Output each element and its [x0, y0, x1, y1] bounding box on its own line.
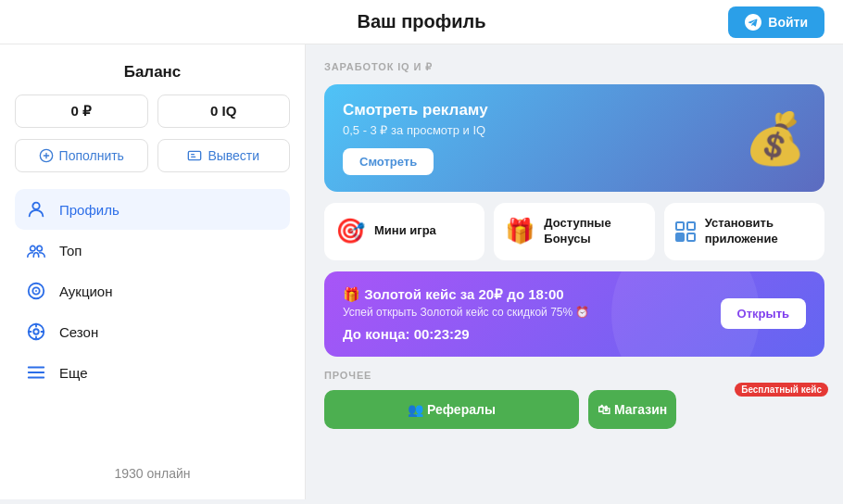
promo-title: 🎁 Золотой кейс за 20₽ до 18:00: [343, 286, 589, 303]
auction-icon: [26, 281, 46, 301]
topup-icon: [39, 148, 54, 163]
bonuses-icon: 🎁: [505, 217, 535, 246]
main-layout: Баланс 0 ₽ 0 IQ Пополнить Вывести: [0, 44, 843, 499]
bonuses-label: ДоступныеБонусы: [544, 216, 610, 247]
login-button[interactable]: Войти: [728, 6, 824, 38]
page-title: Ваш профиль: [357, 11, 485, 32]
promo-left: 🎁 Золотой кейс за 20₽ до 18:00 Успей отк…: [343, 286, 589, 342]
balance-title: Баланс: [15, 63, 290, 82]
sidebar-item-auction[interactable]: Аукцион: [15, 271, 290, 311]
balance-rub: 0 ₽: [15, 94, 148, 128]
earn-section-label: ЗАРАБОТОК IQ И ₽: [324, 61, 824, 73]
watch-button[interactable]: Смотреть: [343, 148, 434, 175]
online-count: 1930 онлайн: [15, 453, 290, 481]
withdraw-icon: [187, 148, 202, 163]
svg-point-7: [35, 290, 37, 292]
sidebar-item-more[interactable]: Еще: [15, 352, 290, 393]
ad-card-icon: 💰: [744, 109, 806, 168]
ad-card-left: Смотреть рекламу 0,5 - 3 ₽ за просмотр и…: [343, 101, 488, 175]
promo-subtitle: Успей открыть Золотой кейс со скидкой 75…: [343, 306, 589, 319]
season-icon: [26, 321, 46, 342]
top-icon: [26, 240, 46, 260]
balance-row: 0 ₽ 0 IQ: [15, 94, 290, 128]
svg-point-9: [33, 329, 39, 334]
svg-point-2: [32, 203, 39, 209]
ad-card-title: Смотреть рекламу: [343, 101, 488, 120]
telegram-icon: [745, 14, 761, 31]
svg-point-4: [37, 246, 42, 251]
timer-label: До конца:: [343, 326, 409, 342]
balance-iq: 0 IQ: [157, 94, 291, 128]
ad-card-subtitle: 0,5 - 3 ₽ за просмотр и IQ: [343, 123, 488, 137]
install-app-label: Установитьприложение: [705, 216, 778, 247]
svg-point-3: [31, 246, 36, 251]
sidebar: Баланс 0 ₽ 0 IQ Пополнить Вывести: [0, 44, 306, 499]
mini-game-label: Мини игра: [374, 223, 436, 239]
profile-icon: [26, 199, 46, 220]
sidebar-item-top[interactable]: Топ: [15, 230, 290, 271]
install-app-icon: [675, 221, 696, 242]
promo-timer: До конца: 00:23:29: [343, 326, 589, 342]
withdraw-button[interactable]: Вывести: [157, 139, 291, 172]
mini-game-icon: 🎯: [335, 217, 365, 246]
feature-row: 🎯 Мини игра 🎁 ДоступныеБонусы Установить…: [324, 203, 824, 260]
action-row: Пополнить Вывести: [15, 139, 290, 172]
promo-card: 🎁 Золотой кейс за 20₽ до 18:00 Успей отк…: [324, 271, 824, 357]
ad-card: Смотреть рекламу 0,5 - 3 ₽ за просмотр и…: [324, 84, 824, 192]
free-badge: Бесплатный кейс: [735, 383, 828, 397]
svg-rect-1: [189, 151, 201, 159]
feature-install-app[interactable]: Установитьприложение: [664, 203, 824, 260]
login-label: Войти: [768, 15, 808, 30]
other-row: 👥 Рефералы 🛍 Магазин Бесплатный кейс: [324, 390, 824, 429]
sidebar-item-season[interactable]: Сезон: [15, 311, 290, 352]
other-section-label: ПРОЧЕЕ: [324, 370, 824, 381]
timer-value: 00:23:29: [414, 326, 470, 342]
header: Ваш профиль Войти: [0, 0, 843, 44]
topup-button[interactable]: Пополнить: [15, 139, 148, 172]
shop-button[interactable]: 🛍 Магазин: [588, 390, 676, 429]
referrals-button[interactable]: 👥 Рефералы: [324, 390, 579, 429]
feature-mini-game[interactable]: 🎯 Мини игра: [324, 203, 484, 260]
promo-bg-shape: [611, 271, 760, 357]
more-icon: [26, 362, 46, 383]
shop-btn-wrap: 🛍 Магазин Бесплатный кейс: [588, 390, 824, 429]
feature-bonuses[interactable]: 🎁 ДоступныеБонусы: [494, 203, 654, 260]
content-area: ЗАРАБОТОК IQ И ₽ Смотреть рекламу 0,5 - …: [306, 44, 843, 499]
sidebar-item-profile[interactable]: Профиль: [15, 189, 290, 230]
